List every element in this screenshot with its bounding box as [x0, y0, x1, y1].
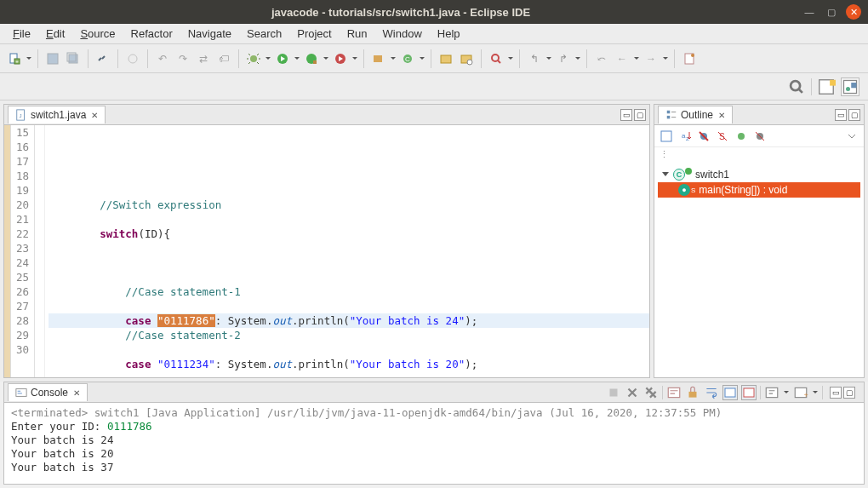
- back-icon[interactable]: ←: [613, 49, 631, 68]
- menu-window[interactable]: Window: [375, 25, 430, 43]
- new-icon[interactable]: +: [5, 49, 24, 68]
- svg-rect-43: [744, 388, 754, 397]
- menu-refactor[interactable]: Refactor: [123, 25, 180, 43]
- coverage-icon[interactable]: [302, 49, 321, 68]
- outline-class-label: switch1: [695, 169, 729, 181]
- hide-static-icon[interactable]: S: [716, 129, 729, 143]
- close-button[interactable]: ✕: [846, 4, 861, 20]
- ext-tools-dropdown[interactable]: [351, 49, 358, 68]
- save-all-icon[interactable]: [64, 49, 83, 68]
- redo-icon[interactable]: ↷: [174, 49, 192, 68]
- new-package-dropdown[interactable]: [390, 49, 397, 68]
- search-dialog-icon[interactable]: [487, 49, 505, 68]
- console-maximize-icon[interactable]: ▢: [843, 387, 855, 399]
- svg-rect-44: [766, 388, 778, 397]
- outline-tab-close-icon[interactable]: ✕: [718, 111, 725, 120]
- save-icon[interactable]: [43, 49, 62, 68]
- maximize-button[interactable]: ▢: [824, 4, 839, 20]
- outline-minimize-icon[interactable]: ▭: [835, 109, 847, 121]
- menu-help[interactable]: Help: [430, 25, 468, 43]
- search-dialog-dropdown[interactable]: [507, 49, 514, 68]
- sort-icon[interactable]: az: [678, 129, 692, 143]
- menu-file[interactable]: File: [5, 25, 38, 43]
- menu-edit[interactable]: Edit: [38, 25, 72, 43]
- code-editor[interactable]: 15161718192021222324252627282930 //Switc…: [4, 125, 649, 377]
- display-selected-icon[interactable]: +: [793, 385, 808, 400]
- hide-fields-icon[interactable]: [697, 129, 711, 143]
- console-minimize-icon[interactable]: ▭: [830, 387, 842, 399]
- svg-text:+: +: [803, 390, 808, 399]
- scroll-lock-icon[interactable]: [685, 385, 700, 400]
- ext-tools-icon[interactable]: [331, 49, 350, 68]
- last-edit-icon[interactable]: ⤺: [592, 49, 611, 68]
- pin-icon[interactable]: [680, 49, 699, 68]
- window-titlebar: javacode - tutorials/src/switch1.java - …: [0, 0, 868, 24]
- clear-console-icon[interactable]: [666, 385, 682, 400]
- code-content[interactable]: //Switch expression switch(ID){ //Case s…: [45, 125, 649, 377]
- open-perspective-icon[interactable]: [817, 78, 836, 96]
- coverage-dropdown[interactable]: [323, 49, 329, 68]
- menu-source[interactable]: Source: [72, 25, 123, 43]
- svg-rect-3: [48, 54, 58, 64]
- tree-expand-icon[interactable]: [661, 170, 670, 179]
- minimize-button[interactable]: —: [802, 4, 817, 20]
- remove-launch-icon[interactable]: [625, 385, 640, 400]
- svg-point-36: [738, 133, 745, 140]
- run-dropdown[interactable]: [294, 49, 300, 68]
- link-icon[interactable]: [94, 49, 112, 68]
- outline-menu-icon[interactable]: ⋮: [654, 147, 864, 162]
- svg-point-6: [128, 55, 137, 63]
- new-package-icon[interactable]: [369, 49, 388, 68]
- quick-access-icon[interactable]: [787, 78, 806, 96]
- tag-icon[interactable]: 🏷: [214, 49, 233, 68]
- terminate-icon[interactable]: [606, 385, 621, 400]
- view-menu-icon[interactable]: [845, 129, 859, 143]
- new-class-dropdown[interactable]: [419, 49, 425, 68]
- hide-local-icon[interactable]: [753, 129, 767, 143]
- outline-class-row[interactable]: C switch1: [658, 167, 860, 182]
- static-decorator-icon: S: [691, 187, 695, 194]
- annotation-prev-icon[interactable]: ↰: [525, 49, 544, 68]
- outline-maximize-icon[interactable]: ▢: [848, 109, 860, 121]
- open-type-icon[interactable]: [437, 49, 455, 68]
- console-process-label: switch1 [Java Application] /usr/lib/jvm/…: [88, 406, 722, 419]
- console-output[interactable]: <terminated> switch1 [Java Application] …: [4, 403, 864, 484]
- show-stderr-icon[interactable]: [741, 385, 757, 400]
- menu-project[interactable]: Project: [289, 25, 339, 43]
- build-icon[interactable]: [123, 49, 142, 68]
- hide-nonpublic-icon[interactable]: [734, 129, 748, 143]
- debug-dropdown[interactable]: [265, 49, 271, 68]
- run-icon[interactable]: [273, 49, 292, 68]
- outline-method-row[interactable]: ● S main(String[]) : void: [658, 182, 860, 198]
- svg-rect-42: [725, 388, 735, 397]
- editor-minimize-icon[interactable]: ▭: [620, 109, 632, 121]
- editor-tab-switch1[interactable]: J switch1.java ✕: [8, 106, 106, 123]
- new-dropdown[interactable]: [26, 49, 32, 68]
- undo-icon[interactable]: ↶: [153, 49, 172, 68]
- svg-rect-23: [830, 79, 836, 85]
- show-console-icon[interactable]: [722, 385, 738, 400]
- editor-maximize-icon[interactable]: ▢: [634, 109, 646, 121]
- console-tab-label: Console: [31, 387, 68, 399]
- menu-run[interactable]: Run: [340, 25, 375, 43]
- editor-tab-close-icon[interactable]: ✕: [91, 111, 98, 120]
- menu-search[interactable]: Search: [239, 25, 289, 43]
- menu-navigate[interactable]: Navigate: [180, 25, 239, 43]
- word-wrap-icon[interactable]: [704, 385, 719, 400]
- outline-tabs: Outline ✕ ▭ ▢: [654, 105, 864, 125]
- open-task-icon[interactable]: [457, 49, 476, 68]
- console-tab-close-icon[interactable]: ✕: [73, 388, 80, 398]
- console-pane: Console ✕ + ▭ ▢ <terminated> switch1 [Ja…: [3, 382, 865, 485]
- svg-rect-15: [441, 55, 451, 63]
- remove-all-icon[interactable]: [643, 385, 659, 400]
- pin-console-icon[interactable]: [764, 385, 779, 400]
- annotation-next-icon[interactable]: ↱: [554, 49, 573, 68]
- switch-icon[interactable]: ⇄: [194, 49, 213, 68]
- java-perspective-icon[interactable]: [841, 78, 859, 96]
- console-tab[interactable]: Console ✕: [8, 383, 88, 401]
- outline-tab[interactable]: Outline ✕: [658, 106, 733, 123]
- focus-icon[interactable]: [660, 129, 673, 143]
- debug-icon[interactable]: [244, 49, 263, 68]
- forward-icon[interactable]: →: [642, 49, 660, 68]
- new-class-icon[interactable]: C: [398, 49, 417, 68]
